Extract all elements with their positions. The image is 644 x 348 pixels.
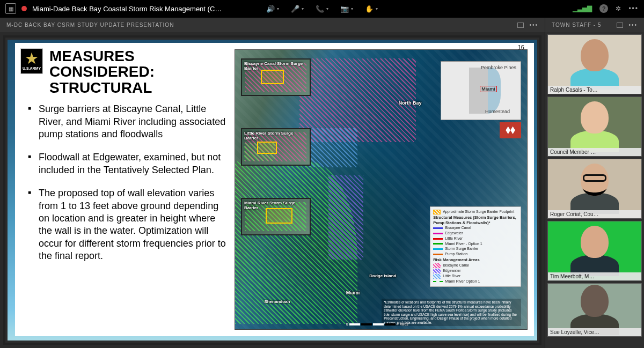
participants-panel-title: TOWN STAFF - 5 xyxy=(552,22,602,28)
slide-bullet: Surge barriers at Biscayne Canal, Little… xyxy=(28,103,228,140)
presentation-area: U.S.ARMY MEASURES CONSIDERED: STRUCTURAL… xyxy=(0,32,545,348)
slide-title-line: CONSIDERED: xyxy=(49,64,229,79)
participant-name: Council Member … xyxy=(548,148,641,156)
map-inset-biscayne: Biscayne Canal Storm Surge Barrier xyxy=(241,58,311,96)
legend-item: Approximate Storm Surge Barrier Footprin… xyxy=(443,210,514,214)
usace-logo-icon xyxy=(500,122,521,138)
slide-title-line: STRUCTURAL xyxy=(49,80,229,95)
slide-bullet: The proposed top of wall elevation varie… xyxy=(28,187,228,262)
app-icon[interactable]: ▦ xyxy=(5,3,16,14)
locator-label: Miami xyxy=(480,86,497,92)
panel-header-row: M-DC BACK BAY CSRM STUDY UPDATE PRESENTA… xyxy=(0,17,644,32)
participant-tile[interactable]: Sue Loyzelle, Vice… xyxy=(547,283,642,337)
slide-bullets: Surge barriers at Biscayne Canal, Little… xyxy=(20,95,229,262)
us-army-label: U.S.ARMY xyxy=(23,66,41,70)
map-legend: Approximate Storm Surge Barrier Footprin… xyxy=(430,206,521,287)
expand-panel-icon[interactable] xyxy=(517,23,524,28)
participants-panel: Ralph Casals - To…Council Member …Roger … xyxy=(545,32,644,348)
legend-item: Biscayne Canal xyxy=(445,226,471,231)
map-image: Biscayne Canal Storm Surge Barrier Littl… xyxy=(235,49,528,330)
map-inset-label: Little River Storm Surge Barrier xyxy=(243,130,309,141)
presentation-panel-title: M-DC BACK BAY CSRM STUDY UPDATE PRESENTA… xyxy=(6,22,174,28)
legend-item: Biscayne Canal xyxy=(443,263,469,268)
legend-item: Storm Surge Barrier xyxy=(445,247,478,251)
meeting-title: Miami-Dade Back Bay Coastal Storm Risk M… xyxy=(32,5,222,13)
legend-item: Pump Station xyxy=(445,252,467,257)
panel-options-icon[interactable]: ••• xyxy=(529,22,538,28)
participant-name: Sue Loyzelle, Vice… xyxy=(548,328,641,336)
participants-panel-header: TOWN STAFF - 5 ••• xyxy=(545,18,644,32)
locator-label: Pembroke Pines xyxy=(481,65,516,70)
participant-tile[interactable]: Roger Coriat, Cou… xyxy=(547,159,642,219)
help-icon[interactable]: ? xyxy=(599,4,608,13)
legend-section-title: Structural Measures (Storm Surge Barrier… xyxy=(433,215,516,225)
participant-name: Tim Meerbott, M… xyxy=(548,272,641,280)
participant-name: Ralph Casals - To… xyxy=(548,86,641,94)
map-place-label: Miami xyxy=(346,290,360,295)
locator-label: Homestead xyxy=(485,109,510,114)
participant-tile[interactable]: Tim Meerbott, M… xyxy=(547,221,642,281)
camera-icon[interactable]: 📷▾ xyxy=(340,5,353,13)
legend-item: Edgewater xyxy=(445,231,463,236)
map-place-label: Dodge Island xyxy=(369,273,396,278)
participants-options-icon[interactable]: ••• xyxy=(628,22,638,28)
map-scalebar: 0 4 Miles xyxy=(346,322,408,326)
meeting-top-bar: ▦ Miami-Dade Back Bay Coastal Storm Risk… xyxy=(0,0,644,17)
recording-indicator-icon xyxy=(21,6,27,11)
map-inset-miami-river: Miami River Storm Surge Barrier xyxy=(241,198,311,235)
participant-name: Roger Coriat, Cou… xyxy=(548,210,641,218)
map-inset-label: Biscayne Canal Storm Surge Barrier xyxy=(243,61,309,71)
presentation-panel-header: M-DC BACK BAY CSRM STUDY UPDATE PRESENTA… xyxy=(0,18,545,32)
legend-section-title: Risk Management Areas xyxy=(433,257,479,262)
slide: U.S.ARMY MEASURES CONSIDERED: STRUCTURAL… xyxy=(15,43,534,336)
slide-title-line: MEASURES xyxy=(49,48,229,64)
settings-icon[interactable]: ✲ xyxy=(616,5,621,12)
legend-item: Little River xyxy=(445,236,463,241)
expand-participants-icon[interactable] xyxy=(617,23,623,28)
legend-item: Edgewater xyxy=(443,269,460,273)
raise-hand-icon[interactable]: ✋▾ xyxy=(365,5,378,13)
map-inset-label: Miami River Storm Surge Barrier xyxy=(243,200,309,211)
map-place-label: Shenandoah xyxy=(264,299,290,304)
more-menu-icon[interactable]: ••• xyxy=(628,5,639,12)
signal-strength-icon: ▁▃▅▇ xyxy=(573,5,592,12)
phone-icon[interactable]: 📞▾ xyxy=(316,5,328,13)
participant-tile[interactable]: Council Member … xyxy=(547,97,642,157)
participant-tile[interactable]: Ralph Casals - To… xyxy=(547,34,642,94)
scalebar-end-label: 4 Miles xyxy=(397,322,408,326)
locator-map: Pembroke Pines Miami Homestead xyxy=(441,61,521,120)
slide-bullet: Floodwall at Edgewater, examined, but no… xyxy=(28,151,228,176)
audio-icon[interactable]: 🔊▾ xyxy=(266,5,279,13)
map-place-label: North Bay xyxy=(399,100,422,106)
legend-item: Miami River - Option 1 xyxy=(445,242,482,247)
legend-item: Miami River Option 1 xyxy=(445,279,480,284)
map-inset-little-river: Little River Storm Surge Barrier xyxy=(241,128,311,166)
mic-icon[interactable]: 🎤▾ xyxy=(291,5,304,13)
slide-title: MEASURES CONSIDERED: STRUCTURAL xyxy=(49,48,229,95)
us-army-logo-icon: U.S.ARMY xyxy=(20,48,43,74)
legend-item: Little River xyxy=(443,274,460,279)
